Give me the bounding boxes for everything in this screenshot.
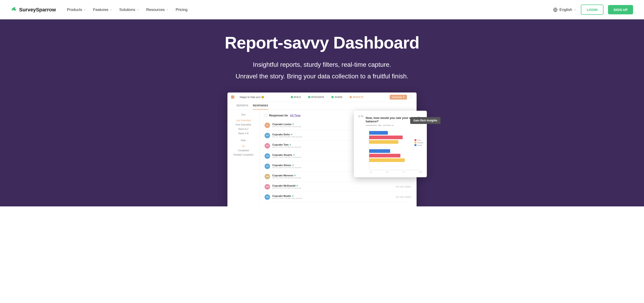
brand-logo[interactable]: SurveySparrow	[11, 6, 56, 14]
chevron-down-icon	[84, 9, 86, 11]
hero-subtitle-2: Unravel the story. Bring your data colle…	[0, 71, 644, 82]
workflow-steps: ✓BUILD › ✓INTEGRATE › ✓SHARE › ✓RESULTS	[291, 96, 364, 98]
respondent-name: Cupcake Louise ⊘	[272, 123, 301, 126]
chevron-down-icon	[137, 9, 139, 11]
avatar: CM	[264, 174, 270, 179]
step-results[interactable]: ✓RESULTS	[350, 96, 363, 98]
language-selector[interactable]: English	[553, 8, 576, 12]
legend-swatch	[414, 144, 416, 146]
bar-chart: Poor Neutral Great	[366, 129, 423, 170]
legend-swatch	[414, 142, 416, 144]
timerange-link[interactable]: All Time	[290, 114, 300, 117]
signup-button[interactable]: SIGN UP	[608, 5, 633, 14]
sort-last-submitted[interactable]: Last Submitted	[232, 118, 255, 122]
respondent-name: Cupcake Stuarts ⊘	[272, 154, 301, 156]
step-share[interactable]: ✓SHARE	[331, 96, 342, 98]
avatar: CL	[264, 122, 270, 128]
home-icon[interactable]	[231, 96, 234, 99]
chart-bar	[369, 131, 388, 135]
avatar: CS	[264, 164, 270, 169]
sort-first-submitted[interactable]: First Submitted	[232, 122, 255, 127]
chart-bar	[369, 149, 390, 153]
chevron-down-icon	[110, 9, 112, 11]
respondent-meta: Dec 04, 2019 7:04 AM | 81 seconds	[272, 146, 301, 148]
step-integrate[interactable]: ✓INTEGRATE	[308, 96, 324, 98]
check-icon: ⊘	[290, 144, 291, 146]
avatar: CM	[264, 184, 270, 190]
sort-name-za[interactable]: Name Z-A	[232, 131, 255, 136]
respondent-meta: Nov 25, 2019 8:25 AM | 56 seconds	[272, 187, 301, 189]
chevron-down-icon	[166, 9, 168, 11]
site-header: SurveySparrow Products Features Solution…	[0, 0, 644, 19]
filter-heading: Filter	[232, 139, 255, 142]
legend-swatch	[414, 139, 416, 141]
note-text: No note added.	[396, 196, 412, 198]
respondent-meta: Nov 26, 2019 5:23 PM | 92 seconds	[272, 166, 301, 168]
insight-tooltip: Gain Rich Insights	[410, 117, 440, 124]
select-all-checkbox[interactable]	[264, 114, 267, 117]
insight-card: Gain Rich Insights Q 06 Now, how would y…	[354, 111, 427, 177]
hero-section: Report-savvy Dashboard Insightful report…	[0, 19, 644, 206]
check-icon: ⊘	[292, 164, 294, 166]
header-right: English LOGIN SIGN UP	[553, 4, 633, 15]
nav-features[interactable]: Features	[93, 8, 112, 12]
nav-pricing[interactable]: Pricing	[176, 8, 188, 12]
hero-subtitle-1: Insightful reports, sturdy filters, real…	[0, 60, 644, 70]
filter-partial[interactable]: Partially Completed	[232, 153, 255, 157]
nav-solutions[interactable]: Solutions	[120, 8, 139, 12]
respondent-name: Cupcake Mormon ⊘	[272, 174, 301, 177]
question-stats: ANSWERED: 713 SKIPPED: 0	[366, 124, 423, 126]
download-button[interactable]: Download ⬇	[390, 95, 407, 100]
respondent-meta: Nov 23, 2019 7:04 AM | 103 seconds	[272, 197, 302, 199]
brand-name: SurveySparrow	[19, 7, 56, 13]
sort-name-az[interactable]: Name A-Z	[232, 127, 255, 131]
globe-icon	[553, 8, 558, 12]
chevron-down-icon	[574, 9, 576, 11]
avatar: CT	[264, 143, 270, 148]
nav-resources[interactable]: Resources	[146, 8, 168, 12]
sort-heading: Sort	[232, 114, 255, 116]
respondent-name: Cupcake Simon ⊘	[272, 164, 301, 166]
respondent-meta: Dec 11, 2019 4:08 AM | 100 seconds	[272, 136, 302, 138]
response-row[interactable]: CBCupcake Beatle ⊘Nov 23, 2019 7:04 AM |…	[264, 192, 412, 202]
respondent-name: Cupcake Duhn ⊘	[272, 133, 302, 136]
respondent-name: Cupcake Tom ⊘	[272, 143, 301, 146]
dashboard-topbar: › Happy to help you! 😊 ✓BUILD › ✓INTEGRA…	[228, 92, 416, 102]
check-icon: ⊘	[292, 123, 294, 125]
top-nav: Products Features Solutions Resources Pr…	[67, 8, 187, 12]
download-icon: ⬇	[403, 96, 405, 98]
response-row[interactable]: CMCupcake McDoanld ⊘Nov 25, 2019 8:25 AM…	[264, 182, 412, 192]
chart-bar	[369, 154, 400, 158]
sparrow-icon	[11, 6, 17, 14]
x-axis: 255075100	[369, 171, 423, 173]
check-icon: ⊘	[292, 195, 294, 197]
avatar: CB	[264, 194, 270, 200]
header-left: SurveySparrow Products Features Solution…	[11, 6, 188, 14]
note-text: No note added.	[396, 186, 412, 188]
chart-bar	[369, 158, 405, 162]
hero-title: Report-savvy Dashboard	[0, 33, 644, 52]
nav-products[interactable]: Products	[67, 8, 86, 12]
login-button[interactable]: LOGIN	[581, 4, 604, 15]
filter-all[interactable]: All	[232, 144, 255, 148]
check-icon: ⊘	[296, 184, 298, 187]
respondent-meta: Nov 28, 2019 9:06 AM | 83 seconds	[272, 177, 301, 179]
dashboard-actions: Download ⬇ ⋮	[390, 95, 413, 100]
dashboard-preview: › Happy to help you! 😊 ✓BUILD › ✓INTEGRA…	[228, 92, 416, 206]
chart-bar	[369, 140, 398, 144]
respondent-name: Cupcake McDoanld ⊘	[272, 184, 301, 187]
tab-responses[interactable]: RESPONSES	[253, 102, 268, 110]
tab-reports[interactable]: REPORTS	[236, 102, 248, 110]
chart-legend: Poor Neutral Great	[414, 139, 423, 147]
step-build[interactable]: ✓BUILD	[291, 96, 301, 98]
check-icon: ⊘	[294, 174, 296, 176]
filter-completed[interactable]: Completed	[232, 148, 255, 153]
more-menu-icon[interactable]: ⋮	[409, 95, 413, 99]
dashboard-sidebar: Sort Last Submitted First Submitted Name…	[228, 110, 259, 206]
chart-bar	[369, 136, 403, 139]
respondent-name: Cupcake Beatle ⊘	[272, 194, 302, 197]
check-icon: ⊘	[293, 154, 295, 156]
respondent-meta: Dec 01, 2019 2:26 PM | 72 seconds	[272, 156, 301, 158]
avatar: CD	[264, 133, 270, 138]
breadcrumb: › Happy to help you! 😊	[231, 96, 264, 99]
